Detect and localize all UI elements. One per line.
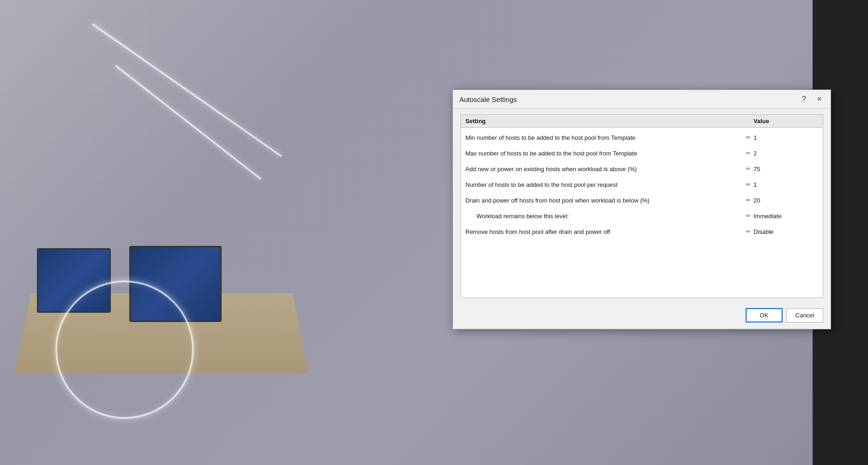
table-row: Add new or power on existing hosts when … <box>461 161 823 177</box>
ok-button[interactable]: OK <box>746 308 783 322</box>
col-setting-header: Setting <box>465 118 744 125</box>
row-value-container: ✏ 20 <box>744 197 818 204</box>
help-button[interactable]: ? <box>799 95 809 104</box>
row-value: 75 <box>753 166 760 173</box>
dialog-title: Autoscale Settings <box>459 95 517 103</box>
table-row: Workload remains below this level: ✏ Imm… <box>461 208 823 224</box>
row-value: 1 <box>753 134 757 141</box>
edit-icon[interactable]: ✏ <box>746 166 751 172</box>
edit-icon[interactable]: ✏ <box>746 228 751 235</box>
dialog-title-bar: Autoscale Settings ? × <box>453 90 831 109</box>
row-value-immediate: Immediate <box>753 213 782 220</box>
dialog-overlay: Autoscale Settings ? × Setting Value Min… <box>0 0 868 465</box>
row-value-container: ✏ 2 <box>744 150 818 157</box>
table-header: Setting Value <box>461 115 823 128</box>
table-row: Min number of hosts to be added to the h… <box>461 130 823 145</box>
row-label: Max number of hosts to be added to the h… <box>465 150 744 157</box>
table-row: Number of hosts to be added to the host … <box>461 177 823 192</box>
row-value: 20 <box>753 197 760 204</box>
row-label: Add new or power on existing hosts when … <box>465 166 744 173</box>
title-bar-controls: ? × <box>799 95 824 104</box>
edit-icon[interactable]: ✏ <box>746 197 751 203</box>
row-value-disable: Disable <box>753 228 773 235</box>
row-value-container: ✏ 75 <box>744 166 818 173</box>
dialog-footer: OK Cancel <box>453 304 831 329</box>
table-row: Max number of hosts to be added to the h… <box>461 145 823 161</box>
edit-icon[interactable]: ✏ <box>746 213 751 219</box>
row-label: Remove hosts from host pool after drain … <box>465 228 744 235</box>
row-label: Number of hosts to be added to the host … <box>465 181 744 188</box>
col-value-header: Value <box>744 118 818 125</box>
table-body: Min number of hosts to be added to the h… <box>461 128 823 241</box>
row-label: Min number of hosts to be added to the h… <box>465 134 744 141</box>
autoscale-settings-dialog: Autoscale Settings ? × Setting Value Min… <box>452 89 831 329</box>
edit-icon[interactable]: ✏ <box>746 134 751 141</box>
row-label-indented: Workload remains below this level: <box>465 213 744 220</box>
dialog-content: Setting Value Min number of hosts to be … <box>453 109 831 304</box>
row-value: 2 <box>753 150 757 157</box>
row-value: 1 <box>753 181 757 188</box>
edit-icon[interactable]: ✏ <box>746 181 751 188</box>
row-value-container: ✏ 1 <box>744 181 818 188</box>
cancel-button[interactable]: Cancel <box>786 308 823 322</box>
row-value-container: ✏ Disable <box>744 228 818 235</box>
row-value-container: ✏ Immediate <box>744 213 818 220</box>
table-row: Drain and power off hosts from host pool… <box>461 192 823 208</box>
row-value-container: ✏ 1 <box>744 134 818 141</box>
edit-icon[interactable]: ✏ <box>746 150 751 156</box>
close-button[interactable]: × <box>814 95 824 104</box>
table-row: Remove hosts from host pool after drain … <box>461 224 823 239</box>
row-label: Drain and power off hosts from host pool… <box>465 197 744 204</box>
settings-table: Setting Value Min number of hosts to be … <box>460 114 823 298</box>
